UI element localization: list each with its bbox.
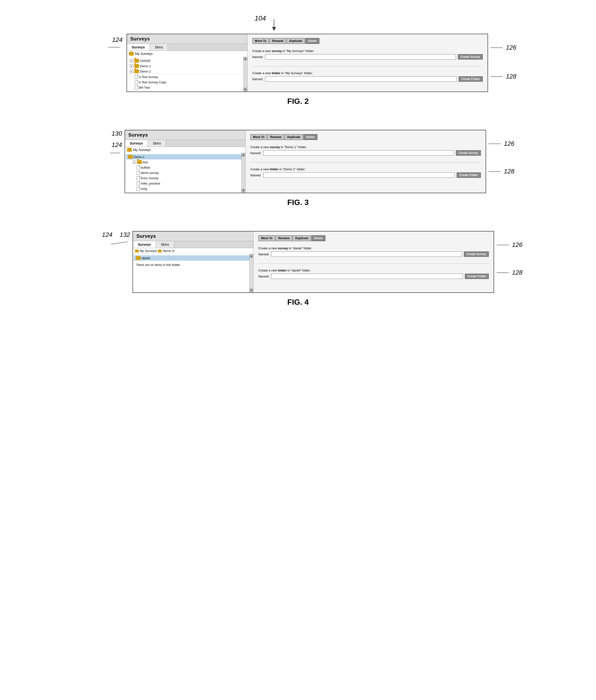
scroll-down-fig2[interactable]: ▼: [244, 88, 247, 91]
move-to-btn-fig4[interactable]: Move To: [258, 235, 275, 241]
create-survey-input-row-fig3: Named: Create Survey: [250, 150, 481, 156]
duplicate-btn-fig2[interactable]: Duplicate: [287, 38, 305, 44]
move-to-btn-fig3[interactable]: Move To: [250, 134, 267, 140]
doc-icon-buffalo-fig3: [136, 165, 140, 169]
folder-name-input-fig4[interactable]: [271, 274, 463, 279]
folder-icon-daniel-fig4: [136, 256, 141, 260]
breadcrumb-icon1-fig4: [135, 250, 139, 253]
my-surveys-row-fig3[interactable]: My Surveys: [125, 147, 245, 153]
tab-skins-fig3[interactable]: Skins: [148, 140, 166, 147]
my-surveys-row-fig2[interactable]: My Surveys: [127, 51, 247, 57]
delete-btn-fig2[interactable]: Delete: [305, 38, 319, 44]
rename-btn-fig3[interactable]: Rename: [268, 134, 284, 140]
survey-name-input-fig2[interactable]: [265, 54, 456, 59]
named-label-folder-fig3: Named:: [250, 174, 262, 177]
create-survey-btn-fig3[interactable]: Create Survey: [456, 150, 481, 156]
tree-item-atestsurveycopy[interactable]: A Test Survey Copy: [133, 79, 246, 85]
anno-line-fig4: [111, 240, 130, 248]
anno-line-126-fig3: [489, 141, 503, 146]
expand-demo2[interactable]: +: [130, 70, 133, 73]
duplicate-btn-fig3[interactable]: Duplicate: [284, 134, 303, 140]
expand-test-fig3[interactable]: +: [133, 160, 136, 164]
create-survey-label-fig3: Create a new survey in "Demo 1" folder:: [250, 145, 481, 149]
folder-icon-test-fig3: [137, 160, 142, 164]
tabs-bar-fig3: Surveys Skins: [125, 140, 245, 147]
svg-line-7: [113, 241, 128, 244]
tree-item-demo2[interactable]: + Demo 2: [128, 69, 246, 74]
tree-area-fig4: daniel There are no items in this folder…: [133, 254, 253, 292]
create-folder-section-fig3: Create a new folder in "Demo 1" folder: …: [250, 167, 481, 178]
tab-surveys-fig2[interactable]: Surveys: [127, 44, 150, 51]
tab-skins-fig4[interactable]: Skins: [156, 241, 174, 248]
tree-item-mikepractice-fig3[interactable]: mike_practice: [135, 181, 244, 186]
tree-item-demo1-fig3[interactable]: Demo 1: [126, 154, 244, 159]
empty-folder-msg-fig4: There are no items in this folder.: [134, 261, 252, 269]
label-daniel-fig4: daniel: [142, 256, 150, 260]
named-label-survey-fig3: Named:: [250, 151, 262, 155]
duplicate-btn-fig4[interactable]: Duplicate: [293, 235, 311, 241]
create-survey-input-row-fig2: Named: Create Survey: [252, 54, 483, 59]
surveys-panel-fig2: Surveys Surveys Skins My Surveys +: [126, 34, 488, 92]
page-container: 104 124: [5, 5, 591, 316]
folder-name-input-fig3[interactable]: [263, 173, 455, 178]
scroll-down-fig3[interactable]: ▼: [242, 189, 245, 192]
tab-surveys-fig3[interactable]: Surveys: [125, 140, 148, 147]
tree-item-atestsurvey[interactable]: A Test Survey: [133, 74, 246, 79]
anno-128-fig2-wrapper: 128: [491, 73, 516, 80]
tabs-bar-fig4: Surveys Skins: [133, 241, 253, 248]
right-pane-fig4: Move To Rename Duplicate Delete Create a…: [253, 232, 494, 292]
create-folder-btn-fig3[interactable]: Create Folder: [457, 173, 480, 178]
empty-msg-text-fig4: There are no items in this folder.: [136, 263, 181, 267]
tab-surveys-fig4[interactable]: Surveys: [133, 241, 156, 248]
scroll-down-fig4[interactable]: ▼: [250, 289, 253, 292]
tree-area-fig2: + 102005 + Demo 1 + Demo 2: [127, 57, 247, 92]
folder-name-input-fig2[interactable]: [265, 76, 457, 82]
panel-title-fig3: Surveys: [125, 130, 245, 140]
label-test-fig3: test: [143, 160, 148, 164]
label-102005: 102005: [140, 59, 150, 62]
create-folder-btn-fig4[interactable]: Create Folder: [465, 274, 489, 279]
anno-128-fig3: 128: [504, 167, 514, 175]
create-survey-section-fig3: Create a new survey in "Demo 1" folder: …: [250, 145, 481, 156]
rename-btn-fig4[interactable]: Rename: [276, 235, 292, 241]
anno-126-fig2-wrapper: 126: [491, 44, 516, 51]
delete-btn-fig4[interactable]: Delete: [312, 235, 325, 241]
scroll-up-fig2[interactable]: ▲: [244, 57, 247, 60]
tree-item-omg-fig3[interactable]: omg: [135, 186, 244, 191]
delete-btn-fig3[interactable]: Delete: [303, 134, 317, 140]
tab-skins-fig2[interactable]: Skins: [150, 44, 168, 51]
move-to-btn-fig2[interactable]: Move To: [252, 38, 269, 44]
tree-item-demo1[interactable]: + Demo 1: [128, 63, 246, 69]
tree-item-buffalo-fig3[interactable]: buffalo: [135, 165, 244, 170]
fig2-section: 104 124: [19, 15, 577, 106]
tree-item-daniel-fig4[interactable]: daniel: [134, 255, 252, 261]
tree-item-bhtest[interactable]: BH Test: [133, 85, 246, 90]
my-surveys-label-fig3: My Surveys: [133, 148, 151, 152]
scroll-up-fig4[interactable]: ▲: [250, 254, 253, 258]
action-buttons-fig3: Move To Rename Duplicate Delete: [250, 134, 481, 140]
expand-102005[interactable]: +: [130, 59, 133, 62]
survey-name-input-fig3[interactable]: [263, 150, 454, 156]
my-surveys-icon-fig2: [129, 52, 134, 56]
tree-item-test-fig3[interactable]: + test: [131, 159, 244, 165]
action-buttons-fig2: Move To Rename Duplicate Delete: [252, 38, 483, 44]
arrow-svg: [105, 15, 491, 31]
tree-item-ericssurvey-fig3[interactable]: Erics Survey: [135, 175, 244, 181]
scroll-up-fig3[interactable]: ▲: [242, 153, 245, 157]
folder-open-demo1-fig3: [128, 155, 133, 159]
create-survey-btn-fig4[interactable]: Create Survey: [464, 252, 489, 257]
breadcrumb-icon2-fig4: [158, 250, 162, 253]
panel-title-fig4: Surveys: [133, 232, 253, 241]
tree-item-102005[interactable]: + 102005: [128, 58, 246, 63]
create-survey-input-row-fig4: Named: Create Survey: [258, 252, 489, 257]
create-survey-btn-fig2[interactable]: Create Survey: [458, 54, 483, 59]
rename-btn-fig2[interactable]: Rename: [269, 38, 286, 44]
create-folder-input-row-fig4: Named: Create Folder: [258, 274, 489, 279]
anno-128-fig2: 128: [506, 73, 516, 80]
tree-item-demosurvey-fig3[interactable]: demo survey: [135, 170, 244, 175]
create-folder-btn-fig2[interactable]: Create Folder: [458, 76, 482, 82]
create-folder-label-fig2: Create a new folder in "My Surveys" fold…: [252, 71, 483, 75]
folder-icon-102005: [134, 59, 139, 62]
expand-demo1[interactable]: +: [130, 64, 133, 68]
survey-name-input-fig4[interactable]: [271, 252, 462, 257]
